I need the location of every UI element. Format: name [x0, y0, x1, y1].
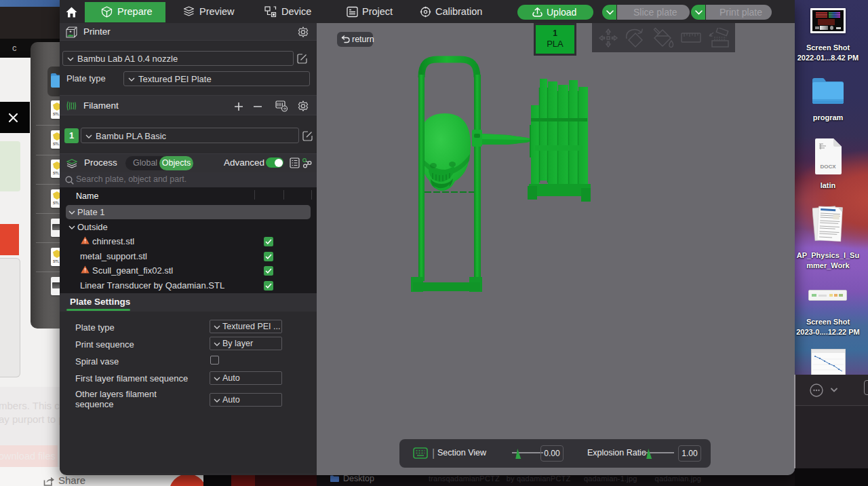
svg-text:DOCX: DOCX — [820, 164, 836, 170]
